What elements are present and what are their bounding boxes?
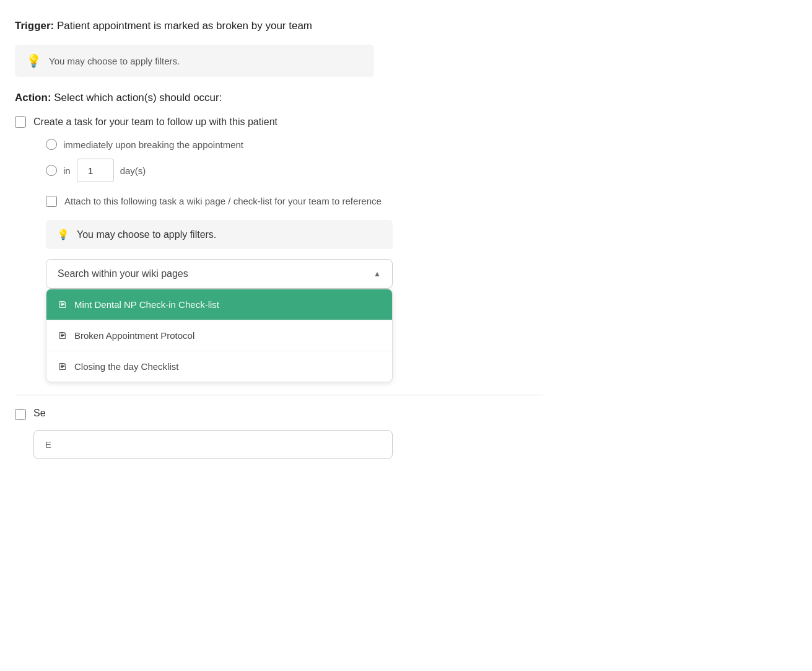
attach-wiki-label: Attach to this following task a wiki pag… bbox=[64, 195, 382, 208]
action-line: Action: Select which action(s) should oc… bbox=[15, 92, 543, 104]
in-days-radio-row: in day(s) bbox=[46, 159, 543, 182]
wiki-search-placeholder: Search within your wiki pages bbox=[58, 268, 188, 279]
attach-wiki-section: Attach to this following task a wiki pag… bbox=[46, 195, 543, 208]
bottom-input-wrapper bbox=[33, 430, 393, 459]
radio-options-group: immediately upon breaking the appointmen… bbox=[46, 139, 543, 182]
dropdown-item-2[interactable]: 🖹 Closing the day Checklist bbox=[46, 351, 392, 382]
doc-icon-0: 🖹 bbox=[58, 299, 67, 310]
second-checkbox-row: Se bbox=[15, 408, 543, 420]
chevron-up-icon: ▲ bbox=[373, 270, 381, 278]
bottom-input[interactable] bbox=[45, 439, 381, 450]
trigger-description: Patient appointment is marked as broken … bbox=[57, 20, 312, 32]
second-checkbox[interactable] bbox=[15, 409, 26, 420]
doc-icon-2: 🖹 bbox=[58, 361, 67, 372]
create-task-checkbox[interactable] bbox=[15, 116, 26, 128]
action-description: Select which action(s) should occur: bbox=[54, 92, 222, 103]
bulb-icon-1: 💡 bbox=[26, 53, 41, 68]
doc-icon-1: 🖹 bbox=[58, 330, 67, 341]
section-divider bbox=[15, 395, 543, 395]
bulb-icon-2: 💡 bbox=[57, 229, 69, 240]
hint-text-2: You may choose to apply filters. bbox=[77, 229, 216, 240]
second-checkbox-label: Se bbox=[33, 408, 46, 419]
hint-text-1: You may choose to apply filters. bbox=[49, 56, 180, 66]
in-label: in bbox=[63, 165, 71, 176]
hint-box-1: 💡 You may choose to apply filters. bbox=[15, 45, 374, 77]
immediately-radio-row: immediately upon breaking the appointmen… bbox=[46, 139, 543, 150]
dropdown-item-1[interactable]: 🖹 Broken Appointment Protocol bbox=[46, 320, 392, 351]
attach-wiki-checkbox-row: Attach to this following task a wiki pag… bbox=[46, 195, 543, 208]
dropdown-item-label-1: Broken Appointment Protocol bbox=[74, 330, 194, 341]
trigger-line: Trigger: Patient appointment is marked a… bbox=[15, 20, 543, 32]
create-task-checkbox-row: Create a task for your team to follow up… bbox=[15, 115, 543, 129]
immediately-label: immediately upon breaking the appointmen… bbox=[63, 139, 243, 150]
wiki-search-dropdown-wrapper: Search within your wiki pages ▲ 🖹 Mint D… bbox=[46, 259, 393, 382]
attach-wiki-checkbox[interactable] bbox=[46, 196, 57, 207]
in-days-radio[interactable] bbox=[46, 165, 57, 176]
wiki-search-dropdown-header[interactable]: Search within your wiki pages ▲ bbox=[46, 259, 393, 289]
wiki-dropdown-list: 🖹 Mint Dental NP Check-in Check-list 🖹 B… bbox=[46, 289, 393, 382]
dropdown-item-0[interactable]: 🖹 Mint Dental NP Check-in Check-list bbox=[46, 289, 392, 320]
hint-box-2: 💡 You may choose to apply filters. bbox=[46, 220, 393, 249]
immediately-radio[interactable] bbox=[46, 139, 57, 150]
dropdown-item-label-2: Closing the day Checklist bbox=[74, 361, 178, 372]
action-label: Action: bbox=[15, 92, 51, 103]
trigger-label: Trigger: bbox=[15, 20, 54, 32]
days-input[interactable] bbox=[77, 159, 114, 182]
dropdown-item-label-0: Mint Dental NP Check-in Check-list bbox=[74, 299, 219, 310]
days-label: day(s) bbox=[120, 165, 146, 176]
create-task-label: Create a task for your team to follow up… bbox=[33, 115, 277, 129]
